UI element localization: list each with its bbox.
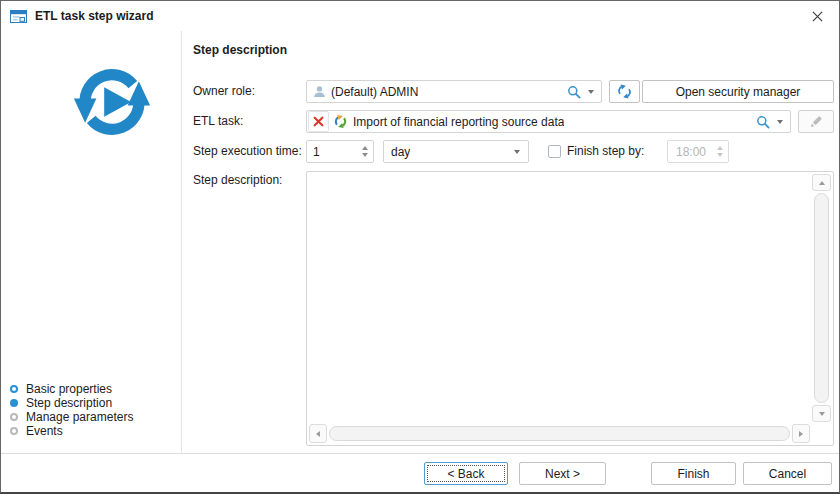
stepper-arrows: [711, 141, 728, 162]
step-bullet-current: [10, 399, 18, 407]
duration-input[interactable]: [307, 141, 356, 162]
refresh-button[interactable]: [609, 80, 640, 103]
sidebar-step-basic-properties: Basic properties: [10, 382, 133, 396]
etl-task-step-wizard-dialog: ETL task step wizard: [0, 0, 840, 494]
scroll-up-button[interactable]: [812, 174, 831, 191]
clear-task-button[interactable]: [308, 111, 329, 132]
wizard-sidebar: Basic properties Step description Manage…: [1, 31, 182, 453]
vertical-scrollbar-thumb[interactable]: [814, 193, 829, 403]
step-label: Step description: [26, 396, 112, 410]
sidebar-step-manage-parameters: Manage parameters: [10, 410, 133, 424]
search-icon[interactable]: [756, 115, 770, 129]
step-label: Events: [26, 424, 63, 438]
etl-task-value: Import of financial reporting source dat…: [353, 115, 564, 129]
close-icon: [812, 11, 823, 22]
arrow-left-icon: [316, 431, 320, 437]
owner-role-value: (Default) ADMIN: [331, 85, 418, 99]
horizontal-scrollbar[interactable]: [309, 424, 810, 443]
step-description-label: Step description:: [193, 173, 282, 187]
wizard-step-list: Basic properties Step description Manage…: [10, 382, 133, 438]
scroll-right-button[interactable]: [792, 424, 810, 443]
finish-time-stepper[interactable]: [667, 140, 729, 163]
close-button[interactable]: [795, 1, 839, 31]
footer-divider: [1, 453, 839, 454]
time-unit-value: day: [391, 145, 410, 159]
pencil-icon: [809, 115, 823, 129]
arrow-right-icon: [799, 431, 803, 437]
refresh-icon: [617, 84, 632, 99]
form-window-icon: [10, 10, 27, 23]
etl-task-combo[interactable]: Import of financial reporting source dat…: [306, 110, 791, 133]
step-label: Manage parameters: [26, 410, 133, 424]
sidebar-step-step-description: Step description: [10, 396, 133, 410]
chevron-down-icon[interactable]: [588, 90, 594, 94]
edit-task-button[interactable]: [798, 110, 834, 133]
etl-task-label: ETL task:: [193, 110, 243, 133]
page-title: Step description: [193, 43, 287, 57]
spin-down-icon[interactable]: [362, 153, 368, 157]
finish-step-by-label: Finish step by:: [567, 140, 644, 163]
horizontal-scrollbar-thumb[interactable]: [329, 426, 790, 441]
sidebar-step-events: Events: [10, 424, 133, 438]
arrow-down-icon: [819, 412, 825, 416]
chevron-down-icon[interactable]: [777, 120, 783, 124]
duration-stepper[interactable]: [306, 140, 374, 163]
spin-up-icon: [717, 146, 723, 150]
step-bullet-pending: [10, 427, 18, 435]
vertical-scrollbar[interactable]: [812, 174, 831, 422]
chevron-down-icon[interactable]: [514, 150, 520, 154]
owner-role-combo[interactable]: (Default) ADMIN: [306, 80, 602, 103]
etl-cycle-icon: [333, 114, 348, 129]
spin-down-icon: [717, 153, 723, 157]
step-execution-time-label: Step execution time:: [193, 140, 302, 163]
next-button[interactable]: Next >: [519, 462, 606, 485]
back-button[interactable]: < Back: [424, 462, 508, 485]
step-bullet-visited: [10, 385, 18, 393]
time-unit-dropdown[interactable]: day: [383, 140, 529, 163]
stepper-arrows[interactable]: [356, 141, 373, 162]
scroll-left-button[interactable]: [309, 424, 327, 443]
open-security-manager-button[interactable]: Open security manager: [642, 80, 834, 103]
finish-step-by-checkbox[interactable]: [548, 145, 561, 158]
arrow-up-icon: [819, 181, 825, 185]
user-icon: [313, 85, 326, 98]
scroll-down-button[interactable]: [812, 405, 831, 422]
finish-button[interactable]: Finish: [651, 462, 736, 485]
cancel-button[interactable]: Cancel: [743, 462, 832, 485]
spin-up-icon[interactable]: [362, 146, 368, 150]
step-label: Basic properties: [26, 382, 112, 396]
step-bullet-pending: [10, 413, 18, 421]
search-icon[interactable]: [567, 85, 581, 99]
owner-role-label: Owner role:: [193, 80, 255, 103]
step-description-editor: [306, 171, 834, 446]
step-description-textarea[interactable]: [310, 175, 808, 420]
title-bar: ETL task step wizard: [1, 1, 839, 31]
red-x-icon: [313, 116, 324, 127]
finish-time-input: [668, 141, 711, 162]
window-title: ETL task step wizard: [35, 9, 153, 23]
etl-sync-play-logo-icon: [67, 63, 157, 141]
